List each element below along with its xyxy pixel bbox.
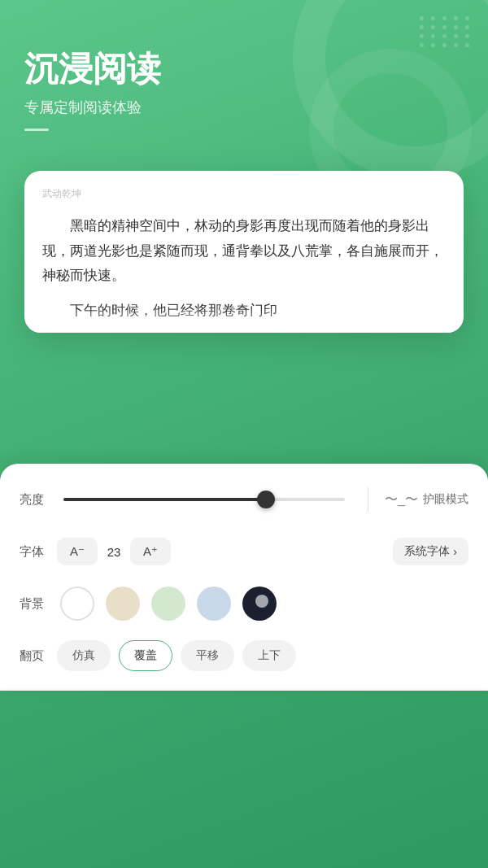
book-title: 武动乾坤 (42, 187, 446, 201)
background-label: 背景 (20, 596, 49, 612)
pageturn-label: 翻页 (20, 648, 49, 664)
settings-panel: 亮度 〜_〜 护眼模式 字体 A⁻ 23 A⁺ 系统字体 › 背景 (0, 464, 488, 688)
bg-beige[interactable] (106, 587, 140, 621)
moon-icon (255, 595, 268, 608)
font-increase-button[interactable]: A⁺ (130, 538, 171, 565)
eye-icon: 〜_〜 (385, 491, 418, 508)
eye-mode-label: 护眼模式 (423, 492, 468, 507)
bg-blue[interactable] (197, 587, 231, 621)
pageturn-cover[interactable]: 覆盖 (119, 640, 172, 671)
brightness-row: 亮度 〜_〜 护眼模式 (20, 482, 468, 517)
hero-section: 沉浸阅读 专属定制阅读体验 (0, 0, 488, 131)
page-subtitle: 专属定制阅读体验 (24, 98, 464, 117)
bg-dark[interactable] (242, 587, 277, 621)
font-decrease-button[interactable]: A⁻ (57, 538, 98, 565)
bg-white[interactable] (60, 587, 94, 621)
slider-fill (63, 498, 266, 501)
eye-mode-toggle[interactable]: 〜_〜 护眼模式 (385, 491, 468, 508)
font-family-label: 系统字体 (404, 544, 450, 559)
pageturn-row: 翻页 仿真 覆盖 平移 上下 (20, 638, 468, 674)
font-label: 字体 (20, 544, 49, 560)
title-underline (24, 129, 49, 131)
reading-text: 黑暗的精神空间中，林动的身影再度出现而随着他的身影出现，两道光影也是紧随而现，通… (42, 214, 446, 323)
brightness-slider[interactable] (63, 498, 345, 501)
background-row: 背景 (20, 586, 468, 622)
font-size-display: 23 (104, 545, 124, 559)
pageturn-options: 仿真 覆盖 平移 上下 (57, 640, 468, 671)
font-controls: A⁻ 23 A⁺ (57, 538, 385, 565)
reading-card: 武动乾坤 黑暗的精神空间中，林动的身影再度出现而随着他的身影出现，两道光影也是紧… (24, 171, 464, 333)
pageturn-updown[interactable]: 上下 (242, 640, 296, 671)
paragraph-2: 下午的时候，他已经将那卷奇门印 (42, 299, 446, 324)
pageturn-simulate[interactable]: 仿真 (57, 640, 111, 671)
page-title: 沉浸阅读 (24, 49, 464, 89)
slider-thumb[interactable] (257, 491, 275, 508)
background-circles (60, 587, 468, 621)
bg-green[interactable] (151, 587, 185, 621)
font-family-button[interactable]: 系统字体 › (393, 538, 468, 565)
divider (368, 487, 368, 512)
paragraph-1: 黑暗的精神空间中，林动的身影再度出现而随着他的身影出现，两道光影也是紧随而现，通… (42, 214, 446, 289)
brightness-label: 亮度 (20, 492, 49, 508)
pageturn-slide[interactable]: 平移 (181, 640, 234, 671)
font-row: 字体 A⁻ 23 A⁺ 系统字体 › (20, 534, 468, 569)
font-family-arrow: › (453, 545, 457, 558)
